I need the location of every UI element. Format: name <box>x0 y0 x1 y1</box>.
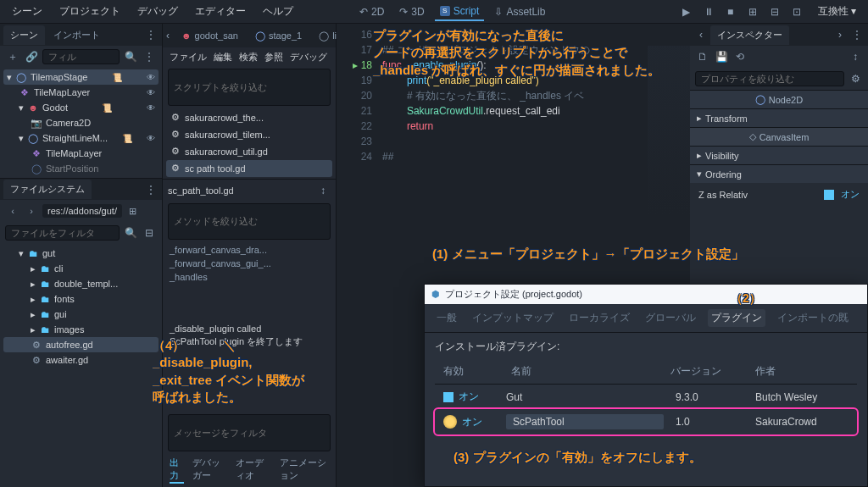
mode-3d[interactable]: ↷ 3D <box>394 3 429 20</box>
mode-2d[interactable]: ↶ 2D <box>354 3 389 20</box>
scene-node-tilemapstage[interactable]: ▾◯ TilemapStage 📜 👁 <box>3 69 159 85</box>
mode-assetlib[interactable]: ⇩ AssetLib <box>489 3 550 20</box>
plugin-row[interactable]: オン Gut 9.3.0 Butch Wesley <box>435 385 857 409</box>
tab-filesystem[interactable]: ファイルシステム <box>3 180 92 199</box>
section-transform[interactable]: ▸ Transform <box>690 108 868 127</box>
section-ordering[interactable]: ▾ Ordering <box>690 164 868 183</box>
dock-menu-icon[interactable]: ⋮ <box>143 182 159 197</box>
script-filter-input[interactable] <box>168 69 331 106</box>
filter-icon[interactable]: ⚙ <box>848 71 863 86</box>
section-visibility[interactable]: ▸ Visibility <box>690 146 868 164</box>
remote-icon[interactable]: ⊞ <box>745 4 760 19</box>
menu-editor[interactable]: エディター <box>188 2 253 21</box>
visibility-icon[interactable]: 👁 <box>147 88 155 97</box>
visibility-icon[interactable]: 👁 <box>147 73 155 82</box>
menu-help[interactable]: ヘルプ <box>256 2 300 21</box>
scene-node-godot[interactable]: ▾☻ Godot 📜 👁 <box>3 100 159 115</box>
menu-search[interactable]: 検索 <box>239 51 258 64</box>
visibility-icon[interactable]: 👁 <box>147 134 155 143</box>
menu-debug2[interactable]: デバッグ <box>290 51 327 64</box>
scene-node-tilemaplayer2[interactable]: ❖ TileMapLayer <box>3 146 159 161</box>
script-icon[interactable]: 📜 <box>122 134 132 143</box>
tab-animation[interactable]: アニメーション <box>280 457 329 484</box>
tab-output[interactable]: 出力 <box>170 457 184 484</box>
section-canvasitem[interactable]: ◇ CanvasItem <box>690 127 868 146</box>
fs-split-icon[interactable]: ⊞ <box>125 203 141 219</box>
nav-fwd-icon[interactable]: › <box>24 203 39 219</box>
plugin-checkbox[interactable] <box>443 415 457 429</box>
expand-icon[interactable]: ↕ <box>848 49 863 64</box>
fs-file[interactable]: ⚙autofree.gd <box>3 337 159 352</box>
method-item[interactable]: _forward_canvas_gui_... <box>166 257 332 270</box>
history-icon[interactable]: ⟲ <box>732 49 748 64</box>
plugin-row[interactable]: オン ScPathTool 1.0 SakuraCrowd <box>435 409 857 434</box>
history-back-icon[interactable]: 🗋 <box>695 49 710 64</box>
stop-icon[interactable]: ■ <box>723 4 738 19</box>
scene-node-camera2d[interactable]: 📷 Camera2D <box>3 115 159 130</box>
fs-path-chip[interactable]: res://addons/gut/ <box>42 204 122 218</box>
fs-folder[interactable]: ▾🖿gut <box>3 246 159 261</box>
search-icon[interactable]: 🔍 <box>123 49 138 64</box>
tab-prev-icon[interactable]: ‹ <box>166 28 170 43</box>
menu-file[interactable]: ファイル <box>170 51 207 64</box>
nav-back-icon[interactable]: ‹ <box>5 203 20 219</box>
open-scene-tab[interactable]: ◯stage_1 <box>250 28 307 44</box>
class-header[interactable]: ◯ Node2D <box>690 90 868 108</box>
mode-script[interactable]: S Script <box>435 3 485 21</box>
dialog-tab-global[interactable]: グローバル <box>642 309 699 327</box>
method-item[interactable]: _handles <box>166 270 332 284</box>
script-icon[interactable]: 📜 <box>102 103 112 113</box>
tab-prev-icon[interactable]: ‹ <box>693 27 709 42</box>
dialog-tab-inputmap[interactable]: インプットマップ <box>469 309 557 327</box>
renderer-dropdown[interactable]: 互換性 ▾ <box>811 2 863 21</box>
visibility-icon[interactable]: 👁 <box>147 103 155 113</box>
dialog-titlebar[interactable]: ⬢ プロジェクト設定 (project.godot) <box>425 285 867 304</box>
script-item[interactable]: ⚙sc path tool.gd <box>166 160 332 177</box>
fs-mode-icon[interactable]: ⊟ <box>142 225 157 241</box>
fs-folder[interactable]: ▸🖿fonts <box>3 291 159 307</box>
method-item[interactable]: _forward_canvas_dra... <box>166 243 332 257</box>
scene-filter-input[interactable] <box>42 49 120 64</box>
fs-folder[interactable]: ▸🖿gui <box>3 307 159 322</box>
fs-folder[interactable]: ▸🖿images <box>3 322 159 337</box>
tab-scene[interactable]: シーン <box>3 25 45 45</box>
method-filter-input[interactable] <box>168 203 331 241</box>
scene-node-tilemaplayer[interactable]: ❖ TileMapLayer 👁 <box>3 85 159 100</box>
tab-audio[interactable]: オーディオ <box>236 457 271 484</box>
tab-import[interactable]: インポート <box>47 25 107 45</box>
history-fwd-icon[interactable]: 💾 <box>714 49 729 64</box>
sort-icon[interactable]: ↕ <box>315 183 331 198</box>
add-node-icon[interactable]: ＋ <box>5 49 20 64</box>
script-icon[interactable]: 📜 <box>112 73 122 82</box>
fs-folder[interactable]: ▸🖿cli <box>3 261 159 276</box>
tab-debugger[interactable]: デバッガー <box>192 457 228 484</box>
fs-folder[interactable]: ▸🖿double_templ... <box>3 276 159 291</box>
output-filter-input[interactable] <box>168 414 331 451</box>
menu-edit[interactable]: 編集 <box>214 51 232 64</box>
script-item[interactable]: ⚙sakuracrowd_util.gd <box>166 143 332 160</box>
menu-project[interactable]: プロジェクト <box>53 2 127 21</box>
minimap[interactable] <box>648 46 690 215</box>
play-icon[interactable]: ▶ <box>679 4 694 19</box>
play-scene-icon[interactable]: ⊟ <box>767 4 782 19</box>
dialog-tab-import[interactable]: インポートの既 <box>774 309 852 327</box>
dock-menu-icon[interactable]: ⋮ <box>849 27 865 42</box>
dialog-tab-plugins[interactable]: プラグイン <box>708 309 765 327</box>
dock-menu-icon[interactable]: ⋮ <box>143 27 159 42</box>
scene-node-straightline[interactable]: ▾◯ StraightLineM... 📜 👁 <box>3 130 159 146</box>
menu-goto[interactable]: 参照 <box>264 51 283 64</box>
link-icon[interactable]: 🔗 <box>24 49 39 64</box>
pause-icon[interactable]: ⏸ <box>701 4 716 19</box>
open-scene-tab[interactable]: ☻godot_san <box>176 28 243 43</box>
fs-file[interactable]: ⚙awaiter.gd <box>3 352 159 368</box>
dialog-tab-general[interactable]: 一般 <box>433 309 460 327</box>
menu-debug[interactable]: デバッグ <box>131 2 185 21</box>
menu-scene[interactable]: シーン <box>5 2 49 21</box>
property-filter-input[interactable] <box>695 71 844 86</box>
play-custom-icon[interactable]: ⊡ <box>789 4 804 19</box>
script-item[interactable]: ⚙sakuracrowd_tilem... <box>166 126 332 143</box>
search-icon[interactable]: 🔍 <box>123 225 138 241</box>
scene-node-startpos[interactable]: ◯ StartPosition <box>3 161 159 176</box>
tab-inspector[interactable]: インスペクター <box>710 25 789 45</box>
fs-filter-input[interactable] <box>5 225 120 241</box>
